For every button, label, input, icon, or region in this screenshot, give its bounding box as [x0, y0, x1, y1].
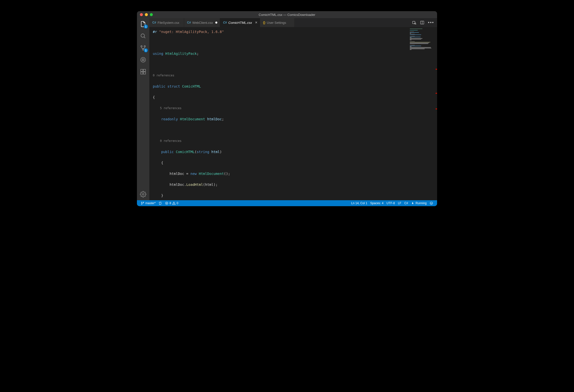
svg-rect-9: [143, 72, 146, 74]
activity-bar: 1 1: [137, 18, 149, 200]
flame-icon: [411, 201, 415, 205]
svg-point-13: [415, 23, 416, 24]
svg-rect-7: [141, 69, 143, 71]
status-language[interactable]: C#: [403, 201, 410, 205]
tab-label: FileSystem.csx: [158, 21, 179, 25]
status-cursor[interactable]: Ln 14, Col 1: [350, 201, 369, 205]
close-window-button[interactable]: [140, 13, 143, 16]
debug-icon[interactable]: [137, 54, 149, 66]
csharp-icon: C#: [223, 21, 227, 24]
csharp-icon: C#: [187, 21, 191, 24]
smiley-icon: [430, 201, 433, 205]
tab-label: User Settings: [267, 21, 286, 25]
svg-point-27: [432, 203, 432, 203]
minimize-window-button[interactable]: [145, 13, 148, 16]
svg-point-24: [174, 204, 174, 204]
svg-point-19: [141, 204, 142, 204]
tab-comichtml[interactable]: C# ComicHTML.csx ×: [220, 18, 260, 27]
svg-point-17: [141, 202, 142, 203]
svg-rect-10: [143, 69, 146, 71]
json-icon: {}: [263, 21, 265, 24]
status-eol[interactable]: LF: [396, 201, 403, 205]
svg-point-4: [142, 49, 144, 50]
svg-point-0: [141, 34, 144, 37]
vscode-window: ComicHTML.csx — ComicsDownloader 1 1: [137, 11, 437, 206]
tab-label: ComicHTML.csx: [228, 21, 252, 25]
status-feedback[interactable]: [428, 201, 435, 205]
tab-label: WebClient.csx: [192, 21, 213, 25]
codelens[interactable]: 0 references: [153, 138, 409, 144]
window-title: ComicHTML.csx — ComicsDownloader: [137, 13, 437, 17]
editor-area: #r "nuget: HtmlAgilityPack, 1.6.8" using…: [149, 27, 437, 200]
titlebar[interactable]: ComicHTML.csx — ComicsDownloader: [137, 11, 437, 18]
split-editor-icon[interactable]: [420, 20, 424, 25]
tab-filesystem[interactable]: C# FileSystem.csx: [149, 18, 184, 27]
explorer-badge: 1: [144, 25, 148, 29]
source-control-icon[interactable]: 1: [137, 42, 149, 54]
main-area: C# FileSystem.csx C# WebClient.csx C# Co…: [149, 18, 437, 200]
zoom-window-button[interactable]: [150, 13, 153, 16]
branch-name: master*: [145, 201, 156, 205]
more-actions-icon[interactable]: •••: [428, 20, 434, 25]
references-icon[interactable]: [412, 20, 416, 25]
explorer-icon[interactable]: 1: [137, 18, 149, 30]
svg-line-1: [144, 37, 145, 38]
svg-point-11: [142, 194, 144, 195]
status-bar: master* 8 0 Ln 14, Col 1 Spaces: 4 UTF-8…: [137, 200, 437, 206]
minimap[interactable]: [409, 27, 434, 200]
status-encoding[interactable]: UTF-8: [385, 201, 396, 205]
warning-count: 0: [177, 201, 178, 205]
codelens[interactable]: 0 references: [153, 73, 409, 78]
tab-user-settings[interactable]: {} User Settings: [260, 18, 295, 27]
status-branch[interactable]: master*: [139, 201, 157, 205]
tab-webclient[interactable]: C# WebClient.csx: [184, 18, 220, 27]
error-count: 8: [169, 201, 171, 205]
svg-point-26: [431, 203, 431, 203]
svg-point-25: [430, 202, 433, 205]
dirty-indicator-icon: [215, 22, 217, 24]
tab-bar: C# FileSystem.csx C# WebClient.csx C# Co…: [149, 18, 437, 27]
codelens[interactable]: 5 references: [153, 105, 409, 111]
code-editor[interactable]: #r "nuget: HtmlAgilityPack, 1.6.8" using…: [149, 27, 409, 200]
status-sync[interactable]: [157, 201, 163, 205]
svg-rect-8: [141, 72, 143, 74]
scm-badge: 1: [144, 48, 148, 52]
status-omnisharp[interactable]: Running: [410, 201, 428, 205]
traffic-lights: [137, 13, 153, 16]
settings-gear-icon[interactable]: [137, 188, 149, 200]
svg-line-14: [416, 24, 416, 25]
search-icon[interactable]: [137, 30, 149, 42]
status-spaces[interactable]: Spaces: 4: [369, 201, 385, 205]
close-tab-icon[interactable]: ×: [255, 21, 257, 25]
extensions-icon[interactable]: [137, 66, 149, 78]
svg-point-2: [141, 46, 142, 47]
svg-point-18: [143, 202, 144, 203]
status-problems[interactable]: 8 0: [163, 201, 180, 205]
editor-actions: •••: [412, 18, 437, 27]
svg-point-3: [144, 46, 145, 47]
body: 1 1 C# FileSyste: [137, 18, 437, 200]
overview-ruler[interactable]: [434, 27, 437, 200]
csharp-icon: C#: [152, 21, 156, 24]
